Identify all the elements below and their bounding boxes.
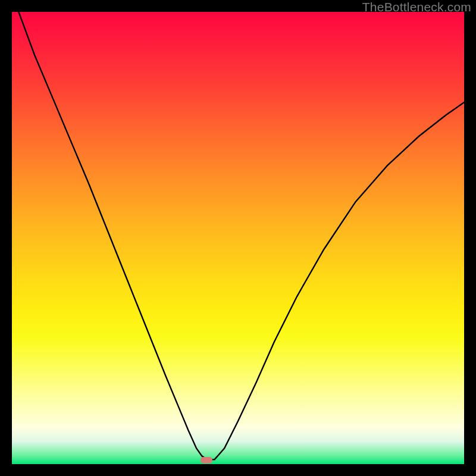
plot-gradient-background xyxy=(12,12,464,464)
chart-frame: TheBottleneck.com xyxy=(0,0,476,476)
watermark-text: TheBottleneck.com xyxy=(362,0,471,14)
optimum-marker xyxy=(201,457,212,464)
